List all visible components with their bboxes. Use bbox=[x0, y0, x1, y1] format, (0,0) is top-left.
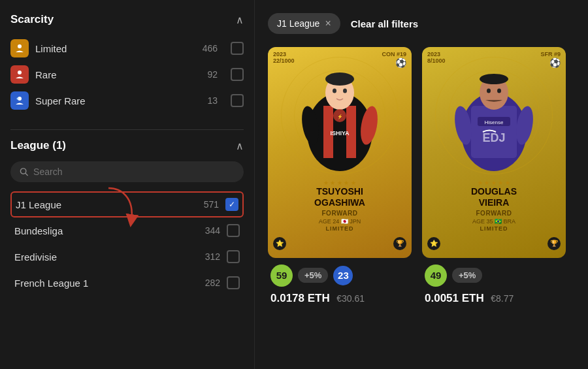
card-1-stars: ★ ★ ★ ★ ★ bbox=[274, 180, 405, 186]
card-2-header: 2023 8/1000 SFR #9 ⚽ bbox=[422, 47, 566, 68]
sidebar: Scarcity ∧ Limited 466 Rare bbox=[0, 0, 255, 369]
filter-bar: J1 League × Clear all filters bbox=[268, 13, 575, 34]
remove-filter-icon[interactable]: × bbox=[325, 18, 331, 29]
eredivisie-label: Eredivisie bbox=[14, 251, 205, 263]
bundesliga-label: Bundesliga bbox=[14, 225, 205, 236]
card-1-scarcity: LIMITED bbox=[274, 225, 405, 232]
french1-checkbox[interactable] bbox=[227, 276, 240, 289]
card-2-stars: ★ ★ ★ ★ ★ bbox=[429, 180, 559, 186]
league-item-french1[interactable]: French League 1 282 bbox=[10, 270, 244, 296]
card-2-sfr: SFR #9 bbox=[540, 51, 561, 57]
card-1-club-icon: ⚽ bbox=[382, 57, 406, 68]
eredivisie-count: 312 bbox=[205, 251, 220, 262]
league-search-input[interactable] bbox=[33, 167, 235, 177]
card-2-bottom: ★ ★ ★ ★ ★ DOUGLASVIEIRA FORWARD AGE 35 🇧… bbox=[422, 172, 566, 234]
player-card-2[interactable]: 2023 8/1000 SFR #9 ⚽ bbox=[422, 47, 566, 258]
active-filter-label: J1 League bbox=[277, 18, 319, 29]
j1-league-label: J1 League bbox=[16, 199, 204, 210]
scarcity-item-super-rare[interactable]: Super Rare 13 bbox=[10, 88, 244, 114]
card-1-position: FORWARD bbox=[274, 210, 405, 217]
league-chevron-icon[interactable]: ∧ bbox=[236, 140, 244, 152]
scarcity-chevron-icon[interactable]: ∧ bbox=[236, 14, 244, 26]
svg-point-11 bbox=[333, 88, 336, 93]
card-2-position: FORWARD bbox=[429, 210, 559, 217]
svg-point-12 bbox=[343, 88, 347, 93]
scarcity-item-limited[interactable]: Limited 466 bbox=[10, 35, 244, 61]
card-2-club-icon: ⚽ bbox=[540, 57, 561, 68]
french1-count: 282 bbox=[205, 278, 220, 288]
rare-checkbox[interactable] bbox=[231, 68, 244, 81]
league-item-j1[interactable]: J1 League 571 ✓ bbox=[10, 191, 244, 217]
search-icon bbox=[20, 167, 28, 176]
french1-label: French League 1 bbox=[14, 278, 205, 289]
card-1-price: 0.0178 ETH €30.61 bbox=[268, 292, 412, 305]
divider bbox=[10, 129, 244, 130]
svg-point-24 bbox=[487, 88, 491, 93]
j1-league-checkbox[interactable]: ✓ bbox=[225, 198, 238, 211]
card-2-year: 2023 bbox=[427, 51, 446, 57]
player-2-silhouette: Hisense bbox=[451, 70, 536, 171]
card-2-score: 49 bbox=[425, 265, 447, 287]
super-rare-checkbox[interactable] bbox=[231, 94, 244, 107]
league-title: League (1) bbox=[10, 139, 66, 152]
card-2-edition: 8/1000 bbox=[427, 57, 446, 64]
card-2-bottom-icon-right: 🏆 bbox=[547, 237, 561, 250]
rare-count: 92 bbox=[207, 69, 218, 80]
card-2-image: Hisense bbox=[422, 68, 566, 172]
svg-point-0 bbox=[18, 44, 22, 48]
svg-point-23 bbox=[480, 74, 508, 84]
player-card-1[interactable]: 2023 22/1000 CON #19 ⚽ bbox=[268, 47, 412, 258]
scarcity-title: Scarcity bbox=[10, 13, 54, 26]
card-2-stats: 49 +5% bbox=[422, 265, 566, 287]
active-filter-tag[interactable]: J1 League × bbox=[268, 13, 340, 34]
super-rare-icon bbox=[10, 91, 29, 110]
svg-text:ISHIYA: ISHIYA bbox=[330, 130, 350, 136]
super-rare-label: Super Rare bbox=[35, 95, 201, 106]
svg-text:EDJ: EDJ bbox=[482, 131, 505, 144]
card-1-bottom-icon-left: ⭐ bbox=[273, 237, 286, 250]
player-1-silhouette: ISHIYA ⚡ bbox=[297, 70, 382, 171]
svg-point-1 bbox=[18, 71, 22, 74]
card-1-edition: 22/1000 bbox=[273, 57, 295, 64]
league-item-eredivisie[interactable]: Eredivisie 312 bbox=[10, 244, 244, 270]
scarcity-section-header: Scarcity ∧ bbox=[10, 13, 244, 26]
limited-checkbox[interactable] bbox=[231, 42, 244, 55]
card-2-details: AGE 35 🇧🇷 BRA bbox=[429, 218, 559, 225]
scarcity-list: Limited 466 Rare 92 bbox=[10, 35, 244, 114]
card-wrapper-2: 2023 8/1000 SFR #9 ⚽ bbox=[422, 47, 566, 305]
card-2-bottom-icon-left: ⭐ bbox=[427, 237, 440, 250]
bundesliga-checkbox[interactable] bbox=[227, 224, 240, 237]
j1-league-count: 571 bbox=[204, 199, 219, 210]
rare-icon bbox=[10, 65, 29, 84]
card-1-bottom-icon-right: 🏆 bbox=[393, 237, 406, 250]
limited-count: 466 bbox=[203, 43, 218, 54]
card-1-bottom: ★ ★ ★ ★ ★ TSUYOSHIOGASHIWA FORWARD AGE 2… bbox=[268, 172, 412, 234]
card-1-year: 2023 bbox=[273, 51, 295, 57]
card-1-details: AGE 24 🇯🇵 JPN bbox=[274, 218, 405, 225]
card-2-price: 0.0051 ETH €8.77 bbox=[422, 292, 566, 305]
card-2-price-eur: €8.77 bbox=[491, 293, 514, 304]
bundesliga-count: 344 bbox=[205, 225, 220, 236]
eredivisie-checkbox[interactable] bbox=[227, 250, 240, 263]
card-2-meta: ⭐ 🏆 bbox=[422, 234, 566, 250]
svg-text:Hisense: Hisense bbox=[485, 120, 504, 125]
main-content: J1 League × Clear all filters 2023 22/10… bbox=[255, 0, 588, 369]
card-1-name: TSUYOSHIOGASHIWA bbox=[274, 186, 405, 208]
card-1-percent: +5% bbox=[298, 268, 328, 283]
scarcity-item-rare[interactable]: Rare 92 bbox=[10, 61, 244, 88]
card-1-price-eth: 0.0178 ETH bbox=[270, 292, 330, 304]
card-wrapper-1: 2023 22/1000 CON #19 ⚽ bbox=[268, 47, 412, 305]
svg-text:⚡: ⚡ bbox=[337, 114, 343, 120]
card-1-score: 59 bbox=[270, 265, 293, 287]
limited-icon bbox=[10, 39, 29, 57]
svg-point-10 bbox=[325, 72, 354, 86]
svg-line-5 bbox=[25, 173, 27, 175]
card-1-meta: ⭐ 🏆 bbox=[268, 234, 412, 250]
super-rare-count: 13 bbox=[207, 95, 218, 106]
card-2-percent: +5% bbox=[452, 268, 482, 283]
svg-point-3 bbox=[17, 98, 19, 100]
league-search-box[interactable] bbox=[10, 161, 244, 182]
clear-filters-button[interactable]: Clear all filters bbox=[351, 18, 418, 29]
league-item-bundesliga[interactable]: Bundesliga 344 bbox=[10, 217, 244, 244]
league-list: J1 League 571 ✓ Bundesliga 344 Eredivisi… bbox=[10, 191, 244, 296]
